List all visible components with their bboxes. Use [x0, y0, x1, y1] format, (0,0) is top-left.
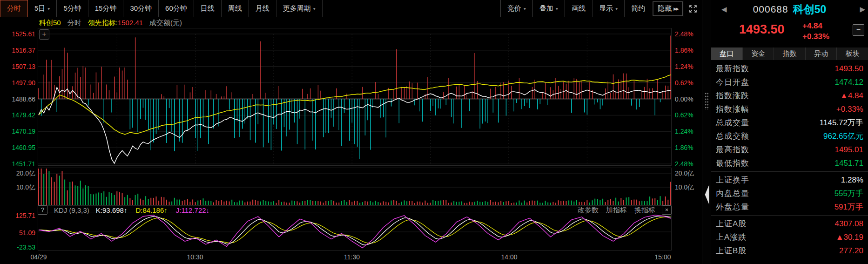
period-button-5分钟[interactable]: 5分钟 [57, 0, 88, 17]
period-button-周线[interactable]: 周线 [222, 0, 249, 17]
price-change: +4.84 +0.33% [802, 20, 829, 42]
quote-tab-盘口[interactable]: 盘口 [711, 47, 743, 60]
quote-row-label: 指数涨幅 [716, 104, 749, 115]
prev-stock-arrow[interactable]: ◀ [721, 5, 727, 14]
quote-row-外盘总量: 外盘总量591万手 [716, 200, 863, 214]
stock-code: 000688 [753, 4, 788, 15]
expand-arrows-icon [689, 5, 697, 13]
quote-row-value: 1474.12 [835, 78, 863, 87]
quote-panel-header: ◀ 000688 科创50 ▶ [711, 2, 868, 17]
period-button-30分钟[interactable]: 30分钟 [123, 0, 159, 17]
time-axis-label: 04/29 [30, 253, 47, 261]
quote-row-value: 555万手 [834, 188, 863, 199]
dropdown-caret-icon: ▾ [524, 6, 526, 11]
axis-label: 1497.90 [0, 79, 35, 87]
tool-button-显示[interactable]: 显示▾ [592, 0, 624, 17]
period-button-15分钟[interactable]: 15分钟 [88, 0, 124, 17]
fullscreen-button[interactable] [684, 0, 702, 17]
axis-label: 0.62% [675, 79, 693, 87]
quote-row-label: 上证换手 [716, 175, 749, 185]
stock-name: 科创50 [793, 2, 827, 17]
period-button-5日[interactable]: 5日▾ [28, 0, 57, 17]
indicator-controls: 改参数加指标换指标 [578, 206, 655, 215]
quote-tab-板块[interactable]: 板块 [837, 47, 868, 60]
axis-label: 1507.13 [0, 62, 35, 71]
axis-label: 10.0亿 [0, 183, 35, 191]
time-axis-label: 14:00 [501, 253, 517, 261]
quote-row-label: 今日开盘 [716, 77, 749, 88]
quote-row-value: 1145.72万手 [820, 117, 863, 128]
axis-label: 2.48% [675, 30, 693, 38]
dropdown-caret-icon: ▾ [47, 6, 50, 11]
period-button-月线[interactable]: 月线 [249, 0, 276, 17]
indicator-control-换指标[interactable]: 换指标 [634, 206, 655, 215]
axis-label: 0.00% [675, 95, 693, 103]
tool-button-叠加[interactable]: 叠加▾ [532, 0, 565, 17]
kdj-title: KDJ (9,3,3) [54, 206, 89, 214]
chart-toolbar: 分时5日▾5分钟15分钟30分钟60分钟日线周线月线更多周期▾ 竞价▾叠加▾画线… [0, 0, 702, 17]
quote-row-今日开盘: 今日开盘1474.12 [716, 75, 863, 89]
quote-row-label: 指数涨跌 [716, 90, 749, 101]
axis-label: 1525.61 [0, 30, 35, 38]
tool-button-画线[interactable]: 画线 [565, 0, 592, 17]
turnover-label: 成交额(元) [149, 19, 182, 27]
quote-row-value: 962.65亿元 [823, 131, 863, 142]
axis-label: 20.0亿 [675, 169, 694, 177]
axis-label: 1.86% [675, 46, 693, 54]
quote-row-总成交量: 总成交量1145.72万手 [716, 116, 863, 129]
indicator-help-button[interactable]: ? [38, 205, 47, 215]
axis-label: 1479.42 [0, 111, 35, 119]
next-stock-arrow[interactable]: ▶ [860, 5, 865, 14]
quote-row-label: 最低指数 [716, 158, 749, 169]
axis-label: 51.09 [0, 229, 35, 237]
quote-row-最低指数: 最低指数1451.71 [716, 156, 863, 170]
intraday-price-chart[interactable] [38, 28, 672, 166]
quote-row-value: ▲30.19 [836, 233, 863, 242]
price-summary: 1493.50 +4.84 +0.33% − [711, 19, 868, 45]
period-button-60分钟[interactable]: 60分钟 [159, 0, 194, 17]
period-button-更多周期[interactable]: 更多周期▾ [276, 0, 323, 17]
period-button-分时[interactable]: 分时 [0, 0, 28, 17]
quote-rows: 最新指数1493.50今日开盘1474.12指数涨跌▲4.84指数涨幅+0.33… [716, 62, 863, 257]
quote-row-label: 最新指数 [716, 63, 749, 74]
kdj-value-k: K:93.698↑ [96, 206, 128, 214]
tool-button-竞价[interactable]: 竞价▾ [500, 0, 532, 17]
double-arrow-icon: ▶▶ [673, 7, 678, 11]
period-button-日线[interactable]: 日线 [194, 0, 222, 17]
tool-button-隐藏[interactable]: 隐藏▶▶ [653, 1, 683, 16]
quote-row-最高指数: 最高指数1495.01 [716, 143, 863, 156]
chart-period-label: 分时 [67, 19, 81, 27]
quote-tab-资金[interactable]: 资金 [743, 47, 774, 60]
tool-button-简约[interactable]: 简约 [624, 0, 652, 17]
quote-row-label: 最高指数 [716, 144, 749, 155]
quote-row-value: ▲4.84 [840, 91, 863, 101]
quote-tab-指数[interactable]: 指数 [774, 47, 806, 60]
quote-tab-异动[interactable]: 异动 [806, 47, 837, 60]
indicator-close-button[interactable]: × [662, 205, 672, 215]
axis-label: 10.0亿 [675, 183, 694, 191]
axis-label: 20.0亿 [0, 169, 35, 177]
axis-label: 1451.71 [0, 160, 35, 168]
indicator-control-加指标[interactable]: 加指标 [606, 206, 627, 215]
kdj-value-j: J:112.722↓ [176, 206, 209, 214]
quote-row-value: +0.33% [836, 105, 863, 114]
kdj-indicator-chart[interactable] [38, 212, 672, 250]
volume-chart[interactable] [38, 168, 672, 206]
collapse-quote-button[interactable]: − [853, 24, 864, 36]
dropdown-caret-icon: ▾ [556, 6, 558, 11]
panel-collapse-arrow[interactable] [704, 184, 709, 205]
indicator-control-改参数[interactable]: 改参数 [578, 206, 599, 215]
quote-row-value: 4307.08 [835, 219, 863, 229]
axis-label: -23.53 [0, 243, 35, 251]
quote-row-label: 总成交额 [716, 131, 749, 142]
time-axis-label: 15:00 [654, 253, 671, 261]
axis-label: 1.86% [675, 143, 693, 152]
quote-row-label: 上A涨跌 [716, 232, 747, 243]
quote-row-总成交额: 总成交额962.65亿元 [716, 129, 863, 143]
dropdown-caret-icon: ▾ [313, 6, 316, 11]
quote-row-最新指数: 最新指数1493.50 [716, 62, 863, 75]
divider-drag-handle[interactable] [705, 92, 709, 110]
quote-row-value: 1451.71 [835, 159, 863, 168]
axis-label: 1.24% [675, 127, 693, 135]
leading-indicator-label: 领先指标: [88, 19, 118, 27]
